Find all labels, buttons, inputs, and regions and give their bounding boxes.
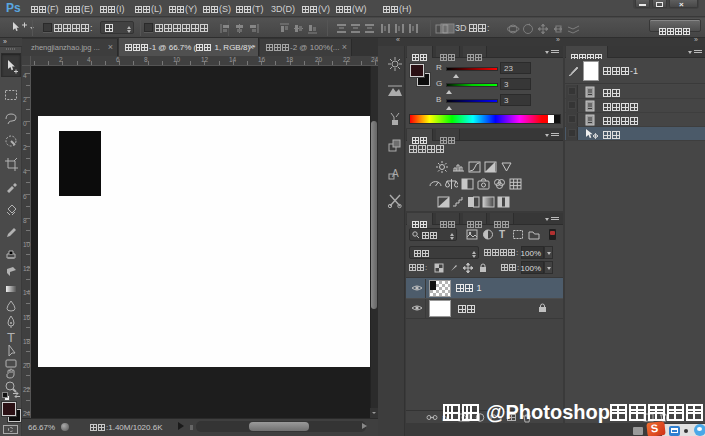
svg-text:T: T — [7, 330, 15, 344]
svg-text:T: T — [499, 229, 505, 240]
